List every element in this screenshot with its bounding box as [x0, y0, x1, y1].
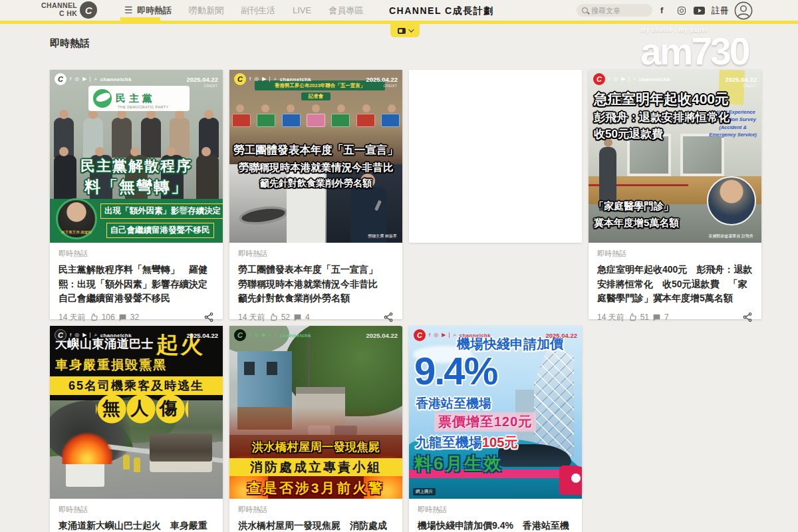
- image-date: 2025.04.22: [186, 76, 218, 83]
- growth-plan-link[interactable]: CHANNEL C成長計劃: [389, 5, 494, 17]
- image-date: 2025.04.22: [186, 332, 218, 339]
- card-title[interactable]: 洪水橋村屋周一發現焦屍 消防處成立專責小組 查是否涉3月前火警: [238, 519, 394, 532]
- card-time: 14 天前: [59, 312, 86, 323]
- like-icon[interactable]: [89, 313, 98, 322]
- image-caption: 出現「額外因素」影響存續決定: [100, 203, 219, 219]
- share-icon[interactable]: [742, 312, 753, 323]
- news-card-airport-express[interactable]: 機場快綫申請加價 9.4% 香港站至機場 票價增至120元 九龍至機場105元 …: [409, 326, 582, 532]
- like-count: 106: [102, 313, 115, 322]
- channel-handle: channelchk: [460, 332, 491, 338]
- image-caption: 自己會繼續留港發聲不移民: [100, 223, 219, 238]
- search-input[interactable]: [591, 7, 644, 15]
- card-title[interactable]: 勞工團體發表本年度「五一宣言」 勞聯稱現時本港就業情況今非昔比 籲先針對飲食業削…: [238, 263, 394, 306]
- flames: [62, 431, 112, 464]
- image-headline: 勞工團體發表本年度「五一宣言」: [229, 143, 402, 158]
- watermark-tagline: my choice . my paper: [640, 27, 773, 33]
- image-headline: 消防處成立專責小組: [229, 458, 402, 476]
- comment-icon[interactable]: [652, 313, 661, 322]
- channelc-logo-icon: C: [593, 73, 605, 85]
- image-line: 九龍至機場105元: [416, 434, 517, 452]
- content-filter-tab[interactable]: [390, 24, 420, 37]
- card-category[interactable]: 即時熱話: [238, 249, 394, 259]
- nav-item-live[interactable]: LIVE: [293, 5, 311, 15]
- news-card-ae-fees[interactable]: 急症室明年起收400元 彭飛舟：退款安排將恒常化 收50元退款費 Patient…: [589, 70, 761, 319]
- news-card-burnt-body[interactable]: 洪水橋村屋周一發現焦屍 消防處成立專責小組 查是否涉3月前火警 C f ◎ ▶ …: [229, 326, 402, 532]
- nav-item-hot-topics[interactable]: 即時熱話: [137, 5, 172, 17]
- card-title[interactable]: 民主黨解散程序料「無彎轉」 羅健熙：出現「額外因素」影響存續決定 自己會繼續留港…: [59, 263, 214, 306]
- comment-icon[interactable]: [118, 313, 127, 322]
- image-top-bar: C f ◎ ▶ ⌕ channelchk 2025.04.22: [414, 329, 577, 341]
- portrait-caption: 基層醫療健康專員 彭飛舟: [704, 233, 757, 239]
- card-title[interactable]: 機場快綫申請加價9.4% 香港站至機場票價增至120元 九龍至機場105元 料6…: [418, 519, 573, 532]
- card-image[interactable]: 香港勞工界公布2023年聯合「五一宣言」 記者會 勞工團體發表本年度「五一宣言」…: [229, 70, 402, 243]
- image-headline: 65名司機乘客及時逃生: [50, 376, 223, 395]
- search-icon: ⌕: [273, 332, 276, 338]
- comment-count: 32: [130, 313, 139, 322]
- site-logo-text: CHANNEL C HK: [41, 2, 77, 17]
- image-headline: 民主黨解散程序: [50, 156, 223, 176]
- channelc-logo-icon: C: [234, 329, 246, 341]
- channelc-logo-icon: C: [55, 329, 66, 341]
- search-box[interactable]: [577, 4, 652, 17]
- card-image[interactable]: 急症室明年起收400元 彭飛舟：退款安排將恒常化 收50元退款費 Patient…: [589, 70, 761, 243]
- image-credit: 網上圖片: [413, 488, 436, 495]
- card-category[interactable]: 即時熱話: [238, 505, 394, 515]
- image-headline: 無人傷: [50, 396, 223, 420]
- divider: [449, 332, 450, 338]
- image-line: 香港站至機場: [416, 395, 491, 412]
- facebook-icon: f: [249, 332, 251, 338]
- facebook-icon[interactable]: f: [660, 0, 663, 21]
- card-image[interactable]: 大嶼山東涌道巴士 起火 車身嚴重損毀熏黑 65名司機乘客及時逃生 無人傷 C f…: [50, 326, 223, 499]
- image-headline: 洪水橋村屋周一發現焦屍: [229, 439, 402, 455]
- instagram-icon: ◎: [613, 76, 618, 82]
- divider: [628, 76, 629, 82]
- fare-increase-percent: 9.4%: [414, 348, 497, 393]
- share-icon[interactable]: [203, 312, 214, 323]
- image-top-bar: C f ◎ ▶ ⌕ channelchk 2025.04.22: [234, 73, 398, 85]
- youtube-icon: ▶: [262, 76, 266, 82]
- card-category[interactable]: 即時熱話: [597, 249, 753, 259]
- comment-count: 4: [305, 313, 310, 322]
- card-category[interactable]: 即時熱話: [418, 505, 573, 515]
- divider: [90, 332, 90, 338]
- news-card-labour-groups[interactable]: 香港勞工界公布2023年聯合「五一宣言」 記者會 勞工團體發表本年度「五一宣言」…: [229, 70, 402, 319]
- card-title[interactable]: 急症室明年起收400元 彭飛舟：退款安排將恒常化 收50元退款費 「家庭醫學門診…: [597, 263, 753, 306]
- card-image[interactable]: 民主黨 THE DEMOCRATIC PARTY 民主黨解散程序 料「無彎轉」 …: [50, 70, 223, 243]
- nav-item-news[interactable]: 嘮動新聞: [189, 5, 223, 17]
- chevron-down-icon: [408, 27, 414, 32]
- youtube-icon[interactable]: [694, 0, 705, 21]
- card-image[interactable]: 洪水橋村屋周一發現焦屍 消防處成立專責小組 查是否涉3月前火警 C f ◎ ▶ …: [229, 326, 402, 499]
- nav-item-members[interactable]: 會員專區: [329, 5, 363, 17]
- channel-handle: channelchk: [639, 76, 670, 82]
- register-link[interactable]: 註冊: [712, 0, 729, 21]
- image-date: 2025.04.22: [725, 76, 757, 83]
- instagram-icon[interactable]: [678, 0, 686, 21]
- account-avatar-icon[interactable]: [734, 0, 753, 21]
- news-card-democratic-party[interactable]: 民主黨 THE DEMOCRATIC PARTY 民主黨解散程序 料「無彎轉」 …: [50, 70, 223, 319]
- facebook-icon: f: [608, 76, 610, 82]
- like-count: 51: [640, 313, 649, 322]
- card-category[interactable]: 即時熱話: [59, 249, 214, 259]
- search-icon: ⌕: [94, 76, 96, 82]
- youtube-icon: ▶: [82, 332, 86, 338]
- card-image[interactable]: 機場快綫申請加價 9.4% 香港站至機場 票價增至120元 九龍至機場105元 …: [409, 326, 582, 499]
- share-icon[interactable]: [383, 312, 394, 323]
- nav-item-lifestyle[interactable]: 副刊生活: [241, 5, 275, 17]
- image-top-bar: C f ◎ ▶ ⌕ channelchk 2025.04.22: [234, 329, 398, 341]
- hamburger-menu-icon[interactable]: ☰: [124, 5, 133, 15]
- image-subline: 冀本年度增5萬名額: [594, 217, 679, 229]
- like-icon[interactable]: [269, 313, 278, 322]
- instagram-icon: ◎: [74, 76, 79, 82]
- search-icon: ⌕: [632, 76, 635, 82]
- card-title[interactable]: 東涌道新大嶼山巴士起火 車身嚴重損毀熏黑 司機乘客及時逃生無人傷: [59, 519, 214, 532]
- comment-icon[interactable]: [293, 313, 302, 322]
- news-card-bus-fire[interactable]: 大嶼山東涌道巴士 起火 車身嚴重損毀熏黑 65名司機乘客及時逃生 無人傷 C f…: [50, 326, 223, 532]
- site-logo[interactable]: CHANNEL C HK C: [41, 1, 97, 19]
- channelc-logo-icon: C: [414, 329, 426, 341]
- search-icon: ⌕: [94, 332, 96, 338]
- instagram-icon: ◎: [254, 332, 259, 338]
- image-top-bar: C f ◎ ▶ ⌕ channelchk 2025.04.22: [55, 329, 218, 341]
- card-category[interactable]: 即時熱話: [59, 505, 214, 515]
- search-icon: [582, 7, 588, 13]
- like-icon[interactable]: [628, 313, 637, 322]
